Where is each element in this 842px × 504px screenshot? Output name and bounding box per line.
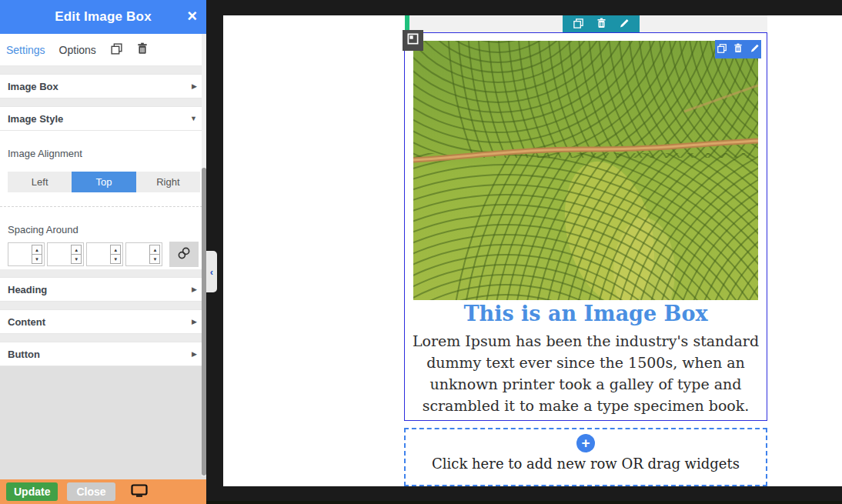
copy-icon <box>717 43 727 56</box>
section-divider <box>0 302 206 309</box>
stepper: ▲ ▼ <box>32 245 42 264</box>
section-label: Image Box <box>8 81 58 92</box>
tab-settings[interactable]: Settings <box>6 44 45 56</box>
section-label: Button <box>8 349 40 360</box>
copy-icon <box>573 18 584 32</box>
row-edit-button[interactable] <box>615 15 633 33</box>
close-button[interactable]: Close <box>67 482 115 501</box>
spacing-around-label: Spacing Around <box>8 224 199 235</box>
panel-footer: Update Close <box>0 479 206 504</box>
section-divider <box>0 334 206 342</box>
widget-heading: This is an Image Box <box>405 301 767 326</box>
trash-icon <box>596 18 606 31</box>
align-left-button[interactable]: Left <box>8 172 72 192</box>
dashed-divider <box>0 206 206 207</box>
image-alignment-group: Left Top Right <box>8 172 200 192</box>
pencil-icon <box>619 18 630 31</box>
section-button[interactable]: Button ▶ <box>0 342 206 366</box>
stepper: ▲ ▼ <box>149 245 160 264</box>
chevron-down-icon: ▼ <box>190 115 197 122</box>
section-content[interactable]: Content ▶ <box>0 309 206 334</box>
stepper: ▲ ▼ <box>110 245 121 264</box>
spacing-bottom-field: ▲ ▼ <box>86 242 123 266</box>
section-image-style[interactable]: Image Style ▼ <box>0 106 206 131</box>
tea-terraces-image <box>413 41 758 300</box>
section-divider <box>0 98 206 106</box>
step-up-icon[interactable]: ▲ <box>72 245 81 255</box>
widget-delete-button[interactable] <box>731 41 745 58</box>
section-image-box[interactable]: Image Box ▶ <box>0 74 206 98</box>
tab-options[interactable]: Options <box>59 44 96 56</box>
bottom-edge-right <box>206 501 842 504</box>
image-box-widget-icon <box>406 32 419 48</box>
step-down-icon[interactable]: ▼ <box>72 255 81 263</box>
step-up-icon[interactable]: ▲ <box>150 245 159 255</box>
panel-title: Edit Image Box <box>55 9 152 25</box>
panel-tabs: Settings Options <box>0 34 206 66</box>
chain-link-icon <box>177 246 191 262</box>
spacing-right-field: ▲ ▼ <box>47 242 84 266</box>
edit-panel: Edit Image Box × Settings Options Image … <box>0 0 206 504</box>
step-down-icon[interactable]: ▼ <box>32 255 42 263</box>
section-label: Image Style <box>8 113 63 125</box>
duplicate-widget-button[interactable] <box>110 42 123 58</box>
row-toolbar <box>563 15 640 33</box>
spacing-top-field: ▲ ▼ <box>8 242 45 266</box>
section-label: Content <box>8 316 45 328</box>
image-box-widget[interactable]: This is an Image Box Lorem Ipsum has bee… <box>404 32 767 421</box>
image-alignment-label: Image Alignment <box>8 148 199 159</box>
panel-filler <box>0 366 206 479</box>
panel-collapse-tab[interactable]: ‹ <box>206 251 217 292</box>
section-divider <box>0 269 206 277</box>
chevron-right-icon: ▶ <box>192 350 197 358</box>
widget-drag-handle[interactable] <box>403 30 423 51</box>
section-divider <box>0 66 206 74</box>
step-down-icon[interactable]: ▼ <box>111 255 120 263</box>
step-up-icon[interactable]: ▲ <box>32 245 42 255</box>
stepper: ▲ ▼ <box>71 245 82 264</box>
pencil-icon <box>750 43 760 55</box>
row-delete-button[interactable] <box>592 15 610 33</box>
widget-edit-button[interactable] <box>747 41 761 58</box>
step-down-icon[interactable]: ▼ <box>150 255 159 263</box>
trash-icon <box>733 43 743 55</box>
link-values-toggle[interactable] <box>169 242 199 267</box>
copy-icon <box>110 42 123 58</box>
close-icon[interactable]: × <box>187 8 197 25</box>
widget-duplicate-button[interactable] <box>715 41 729 58</box>
chevron-right-icon: ▶ <box>192 82 197 90</box>
section-label: Heading <box>8 284 47 295</box>
responsive-preview-button[interactable] <box>131 484 148 500</box>
add-row-label: Click here to add new row OR drag widget… <box>406 456 766 472</box>
widget-image[interactable] <box>413 41 758 300</box>
update-button[interactable]: Update <box>6 482 58 501</box>
image-style-panel: Image Alignment Left Top Right Spacing A… <box>0 131 206 269</box>
step-up-icon[interactable]: ▲ <box>111 245 120 255</box>
delete-widget-button[interactable] <box>137 42 148 57</box>
panel-scrollbar-thumb[interactable] <box>202 168 206 476</box>
row-duplicate-button[interactable] <box>569 15 587 33</box>
widget-body-text: Lorem Ipsum has been the industry's stan… <box>410 330 761 416</box>
spacing-inputs: ▲ ▼ ▲ ▼ ▲ ▼ <box>8 242 199 267</box>
widget-toolbar <box>715 40 761 58</box>
section-heading[interactable]: Heading ▶ <box>0 277 206 302</box>
panel-header: Edit Image Box × <box>0 0 206 34</box>
chevron-left-icon: ‹ <box>210 266 213 278</box>
spacing-left-field: ▲ ▼ <box>125 242 162 266</box>
chevron-right-icon: ▶ <box>192 285 197 293</box>
chevron-right-icon: ▶ <box>192 318 197 325</box>
align-right-button[interactable]: Right <box>136 172 200 192</box>
align-top-button[interactable]: Top <box>72 172 135 192</box>
plus-icon: + <box>576 434 595 452</box>
trash-icon <box>137 42 148 57</box>
add-row-dropzone[interactable]: + Click here to add new row OR drag widg… <box>404 428 767 486</box>
page-builder-screen: This is an Image Box Lorem Ipsum has bee… <box>0 0 842 504</box>
monitor-icon <box>131 484 148 500</box>
